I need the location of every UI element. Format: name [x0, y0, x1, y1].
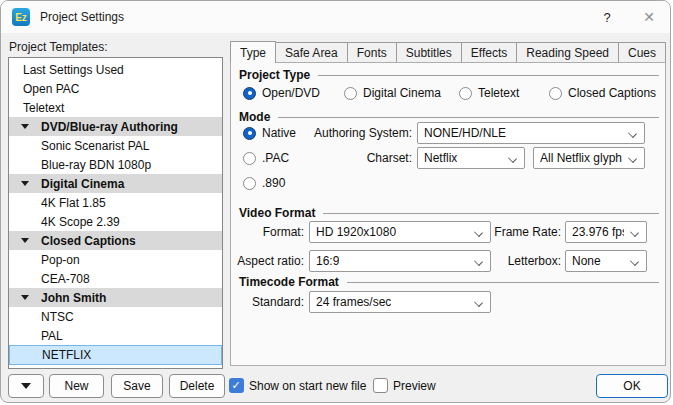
template-list: Last Settings Used Open PAC Teletext DVD… [8, 57, 223, 369]
chevron-down-icon [474, 298, 483, 307]
chevron-down-icon [628, 129, 637, 138]
template-list-item[interactable]: Blue-ray BDN 1080p [9, 155, 222, 174]
template-group-header[interactable]: DVD/Blue-ray Authoring [9, 117, 222, 136]
radio-icon [344, 87, 357, 100]
frame-rate-label: Frame Rate: [483, 221, 561, 243]
letterbox-select[interactable]: None [565, 250, 647, 272]
template-list-item[interactable]: Teletext [9, 98, 222, 117]
template-item-label: 4K Flat 1.85 [41, 196, 106, 210]
help-button[interactable]: ? [586, 1, 628, 33]
template-group-label: John Smith [41, 291, 106, 305]
settings-tab-bar: Type Safe Area Fonts Subtitles Effects R… [230, 41, 666, 62]
radio-open-dvd[interactable]: Open/DVD [243, 85, 320, 101]
project-templates-label: Project Templates: [9, 40, 108, 54]
radio-closed-captions[interactable]: Closed Captions [549, 85, 656, 101]
template-group-header[interactable]: Digital Cinema [9, 174, 222, 193]
type-tab-panel: Project Type Open/DVD Digital Cinema Tel… [230, 62, 666, 366]
template-item-label: NTSC [41, 310, 74, 324]
template-item-label: 4K Scope 2.39 [41, 215, 120, 229]
collapse-triangle-icon [21, 124, 29, 129]
authoring-system-select[interactable]: NONE/HD/NLE [417, 122, 645, 144]
radio-teletext[interactable]: Teletext [459, 85, 519, 101]
radio-icon [459, 87, 472, 100]
radio-890[interactable]: .890 [243, 175, 285, 191]
template-list-item[interactable]: NTSC [9, 307, 222, 326]
group-caption-timecode-format: Timecode Format [239, 275, 659, 289]
tab-subtitles[interactable]: Subtitles [396, 42, 462, 62]
template-list-item-selected[interactable]: NETFLIX [9, 345, 222, 365]
standard-label: Standard: [231, 291, 304, 313]
preview-label: Preview [393, 379, 436, 393]
charset-select[interactable]: Netflix [417, 147, 525, 169]
template-list-item[interactable]: CEA-708 [9, 269, 222, 288]
aspect-ratio-select[interactable]: 16:9 [309, 250, 491, 272]
radio-icon [243, 177, 256, 190]
template-item-label: CEA-708 [41, 272, 90, 286]
chevron-down-icon [474, 257, 483, 266]
tab-safe-area[interactable]: Safe Area [275, 42, 348, 62]
template-list-item[interactable]: Pop-on [9, 250, 222, 269]
chevron-down-icon [474, 228, 483, 237]
template-list-item[interactable]: Open PAC [9, 79, 222, 98]
delete-button[interactable]: Delete [169, 374, 225, 398]
ok-button[interactable]: OK [596, 374, 668, 398]
tab-cues[interactable]: Cues [618, 42, 666, 62]
app-icon: Ez [12, 8, 30, 26]
format-label: Format: [231, 221, 304, 243]
tab-type[interactable]: Type [230, 41, 276, 63]
template-list-item[interactable]: PAL [9, 326, 222, 345]
charset-label: Charset: [231, 147, 412, 169]
show-on-start-label: Show on start new file [249, 379, 366, 393]
template-item-label: Last Settings Used [23, 63, 124, 77]
template-item-label: PAL [41, 329, 63, 343]
template-item-label: Open PAC [23, 82, 79, 96]
radio-icon [549, 87, 562, 100]
show-on-start-checkbox[interactable]: Show on start new file [229, 378, 366, 393]
chevron-down-icon [630, 257, 639, 266]
chevron-down-icon [508, 154, 517, 163]
aspect-ratio-label: Aspect ratio: [231, 250, 304, 272]
template-item-label: Blue-ray BDN 1080p [41, 158, 151, 172]
group-caption-project-type: Project Type [239, 68, 659, 82]
template-group-header[interactable]: John Smith [9, 288, 222, 307]
letterbox-label: Letterbox: [483, 250, 561, 272]
chevron-down-icon [630, 228, 639, 237]
collapse-triangle-icon [21, 295, 29, 300]
tab-effects[interactable]: Effects [461, 42, 517, 62]
preview-checkbox[interactable]: Preview [373, 378, 436, 393]
template-group-label: DVD/Blue-ray Authoring [41, 120, 178, 134]
standard-select[interactable]: 24 frames/sec [309, 291, 491, 313]
template-list-item[interactable]: Sonic Scenarist PAL [9, 136, 222, 155]
tab-fonts[interactable]: Fonts [347, 42, 397, 62]
template-menu-button[interactable] [8, 374, 44, 398]
template-list-item[interactable]: Last Settings Used [9, 60, 222, 79]
radio-digital-cinema[interactable]: Digital Cinema [344, 85, 441, 101]
project-settings-dialog: Ez Project Settings ? ✕ Project Template… [0, 0, 671, 403]
template-group-label: Closed Captions [41, 234, 136, 248]
frame-rate-select[interactable]: 23.976 fps [565, 221, 647, 243]
template-list-item[interactable]: 4K Scope 2.39 [9, 212, 222, 231]
radio-icon [243, 87, 256, 100]
dropdown-triangle-icon [21, 383, 31, 389]
close-button[interactable]: ✕ [628, 1, 670, 33]
template-item-label: Sonic Scenarist PAL [41, 139, 150, 153]
chevron-down-icon [628, 154, 637, 163]
collapse-triangle-icon [21, 181, 29, 186]
charset-glyphs-select[interactable]: All Netflix glyphs [533, 147, 645, 169]
save-button[interactable]: Save [111, 374, 163, 398]
checkbox-unchecked-icon [373, 378, 388, 393]
template-item-label: Teletext [23, 101, 64, 115]
template-list-item[interactable]: 4K Flat 1.85 [9, 193, 222, 212]
format-select[interactable]: HD 1920x1080 [309, 221, 491, 243]
new-button[interactable]: New [49, 374, 104, 398]
template-item-label: NETFLIX [42, 348, 91, 362]
checkbox-checked-icon [229, 378, 244, 393]
template-group-label: Digital Cinema [41, 177, 124, 191]
group-caption-video-format: Video Format [239, 206, 659, 220]
template-item-label: Pop-on [41, 253, 80, 267]
window-title: Project Settings [40, 10, 124, 24]
template-group-header[interactable]: Closed Captions [9, 231, 222, 250]
title-bar: Ez Project Settings ? ✕ [1, 1, 670, 33]
authoring-system-label: Authoring System: [231, 122, 412, 144]
tab-reading-speed[interactable]: Reading Speed [516, 42, 619, 62]
